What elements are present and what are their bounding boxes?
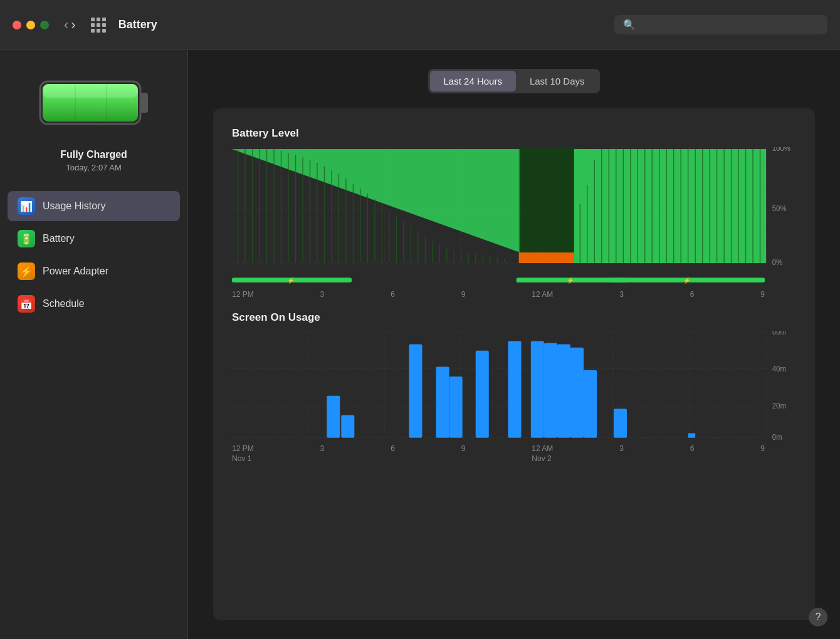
date-label: Nov 2 [532,454,551,463]
x-bottom-row: Nov 1 3 6 9 Nov 2 3 6 9 [232,454,765,463]
x-label: 3 [320,290,325,299]
svg-rect-115 [570,348,584,438]
svg-rect-18 [519,147,579,252]
search-icon: 🔍 [623,19,636,31]
back-button[interactable]: ‹ [64,17,68,33]
sidebar-item-battery[interactable]: 🔋 Battery [8,224,180,254]
sidebar-item-label: Schedule [43,298,85,309]
search-input[interactable] [641,19,819,30]
x-top-row: 12 PM 3 6 9 12 AM 3 6 9 [232,444,765,453]
x-label: 6 [690,290,695,299]
forward-button[interactable]: › [71,17,75,33]
svg-marker-20 [574,149,766,263]
x-label: 6 [690,444,695,453]
content-area: Last 24 Hours Last 10 Days Battery Level [188,50,840,639]
svg-text:40m: 40m [772,364,786,373]
minimize-button[interactable] [26,21,35,29]
x-label: 9 [760,444,765,453]
svg-text:50%: 50% [772,204,787,212]
x-label: 9 [760,290,765,299]
svg-rect-110 [476,351,489,438]
adapter-icon: ⚡ [18,262,35,280]
svg-rect-1 [140,93,148,113]
x-label: 9 [461,290,466,299]
grid-icon[interactable] [91,18,106,33]
usage-history-icon: 📊 [18,197,35,215]
svg-rect-109 [449,377,463,438]
screen-chart-area: 60m 40m 20m 0m [232,331,796,444]
svg-rect-111 [508,341,521,437]
svg-text:0m: 0m [772,432,782,441]
battery-icon-container [38,75,150,132]
last-10-days-button[interactable]: Last 10 Days [516,71,599,91]
svg-text:100%: 100% [772,147,791,152]
svg-rect-117 [614,408,627,437]
sidebar-item-schedule[interactable]: 📅 Schedule [8,289,180,319]
battery-level-title: Battery Level [232,127,796,140]
x-label: 3 [619,290,624,299]
sidebar-item-label: Battery [43,233,75,244]
svg-rect-107 [409,345,422,438]
x-label: 12 PM [232,444,254,453]
nav-arrows: ‹ › [64,17,76,33]
window-controls [13,21,49,29]
last-24-hours-button[interactable]: Last 24 Hours [430,71,516,91]
x-label: 3 [619,444,624,453]
x-label: 12 AM [532,290,553,299]
x-label: 12 PM [232,290,254,299]
x-label: 3 [320,444,325,453]
battery-status: Fully Charged Today, 2:07 AM [60,149,127,172]
svg-text:0%: 0% [772,258,783,266]
battery-status-text: Fully Charged [60,149,127,160]
screen-chart-x-labels: 12 PM 3 6 9 12 AM 3 6 9 Nov 1 3 6 9 [232,444,796,463]
x-label: 12 AM [532,444,553,453]
x-label: 9 [461,444,466,453]
page-title: Battery [118,18,157,31]
svg-rect-108 [436,367,449,438]
svg-rect-105 [327,396,340,438]
main-layout: Fully Charged Today, 2:07 AM 📊 Usage His… [0,50,840,639]
svg-text:60m: 60m [772,331,786,336]
sidebar-nav: 📊 Usage History 🔋 Battery ⚡ Power Adapte… [0,191,187,321]
charts-container: Battery Level [213,108,815,620]
svg-rect-112 [531,341,544,437]
schedule-icon: 📅 [18,295,35,313]
titlebar: ‹ › Battery 🔍 [0,0,840,50]
sidebar-item-power-adapter[interactable]: ⚡ Power Adapter [8,256,180,286]
sidebar-item-label: Usage History [43,200,105,212]
maximize-button[interactable] [40,21,49,29]
search-bar[interactable]: 🔍 [614,15,827,34]
battery-time: Today, 2:07 AM [60,163,127,172]
date-label: Nov 1 [232,454,251,463]
screen-usage-chart-section: Screen On Usage [232,311,796,463]
svg-text:⚡: ⚡ [287,277,295,284]
svg-text:⚡: ⚡ [683,277,691,284]
svg-rect-116 [584,370,597,438]
sidebar: Fully Charged Today, 2:07 AM 📊 Usage His… [0,50,188,639]
battery-graphic [38,75,150,132]
close-button[interactable] [13,21,21,29]
battery-icon: 🔋 [18,230,35,247]
charging-bars-svg: ⚡ ⚡ ⚡ [232,275,765,285]
charging-indicators: ⚡ ⚡ ⚡ [232,275,796,288]
battery-chart-x-labels: 12 PM 3 6 9 12 AM 3 6 9 [232,290,796,299]
svg-marker-19 [519,252,574,263]
x-label: 6 [391,444,395,453]
sidebar-item-usage-history[interactable]: 📊 Usage History [8,191,180,221]
help-button[interactable]: ? [809,608,827,626]
svg-marker-17 [232,149,520,252]
svg-rect-114 [557,345,570,438]
battery-level-chart-section: Battery Level [232,127,796,299]
svg-text:20m: 20m [772,402,786,410]
battery-level-svg: 100% 50% 0% [232,147,796,273]
svg-rect-106 [341,415,354,438]
screen-usage-title: Screen On Usage [232,311,796,324]
battery-chart-area: 100% 50% 0% [232,147,796,273]
svg-text:⚡: ⚡ [567,277,574,284]
sidebar-item-label: Power Adapter [43,266,108,277]
svg-rect-113 [544,343,557,438]
screen-usage-svg: 60m 40m 20m 0m [232,331,796,444]
x-label: 6 [391,290,395,299]
svg-rect-118 [688,434,695,438]
time-toggle: Last 24 Hours Last 10 Days [428,69,601,93]
